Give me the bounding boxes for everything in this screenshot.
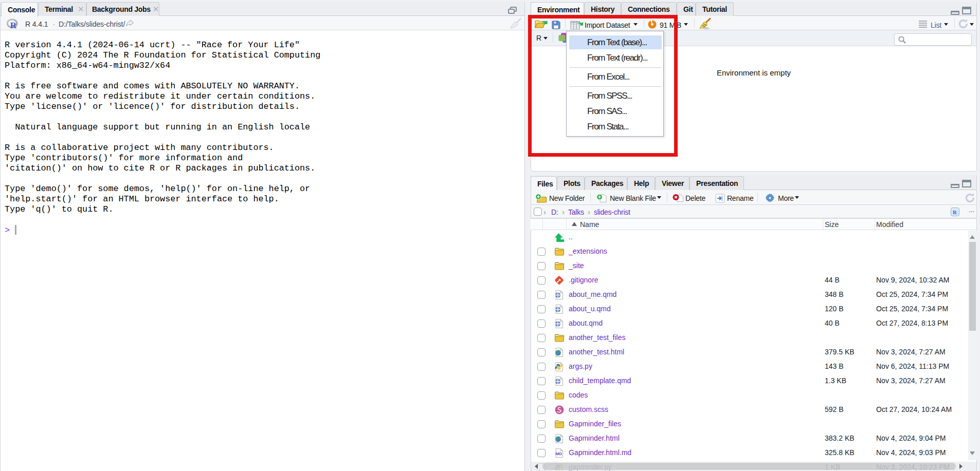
svg-text:R: R — [953, 209, 957, 215]
svg-text:R: R — [10, 21, 17, 29]
